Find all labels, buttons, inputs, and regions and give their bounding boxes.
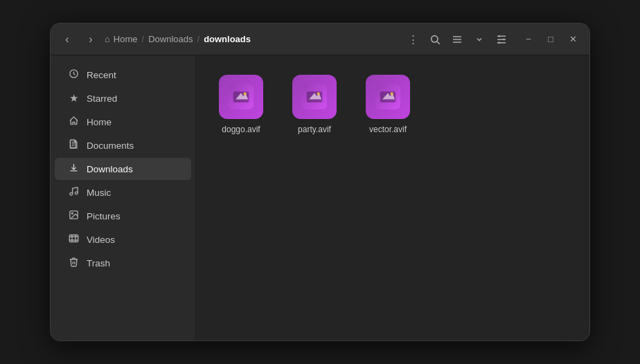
sidebar-item-trash-label: Trash <box>87 258 110 269</box>
sidebar-item-downloads-label: Downloads <box>87 164 133 174</box>
file-item-vector[interactable]: vector.avif <box>357 69 419 140</box>
svg-point-10 <box>498 42 500 44</box>
recent-icon <box>67 69 80 81</box>
breadcrumb-home[interactable]: ⌂ Home <box>105 34 138 44</box>
file-name-party: party.avif <box>298 125 331 134</box>
svg-line-1 <box>437 42 440 44</box>
file-thumb-doggo <box>219 75 263 119</box>
chevron-down-icon <box>475 35 483 44</box>
back-button[interactable]: ‹ <box>57 30 77 49</box>
toolbar-right: ⋮ <box>402 29 512 50</box>
search-button[interactable] <box>425 29 445 50</box>
file-thumb-party <box>292 75 337 119</box>
svg-point-17 <box>75 192 78 194</box>
sidebar-item-pictures-label: Pictures <box>87 211 121 221</box>
breadcrumb-home-label: Home <box>114 34 138 44</box>
svg-point-28 <box>243 92 247 95</box>
sidebar-item-home[interactable]: Home <box>55 111 191 133</box>
sidebar-item-music-label: Music <box>87 188 111 198</box>
close-button[interactable]: ✕ <box>563 30 583 49</box>
starred-icon: ★ <box>67 92 80 104</box>
main-content: Recent ★ Starred Home <box>51 55 589 340</box>
sidebar-home-icon <box>67 116 80 128</box>
sidebar-item-documents-label: Documents <box>87 140 134 151</box>
file-item-doggo[interactable]: doggo.avif <box>210 69 272 140</box>
svg-point-9 <box>503 38 505 40</box>
sidebar-item-videos-label: Videos <box>87 235 115 245</box>
pictures-icon <box>67 210 80 222</box>
list-view-button[interactable] <box>447 29 468 50</box>
trash-icon <box>67 257 80 269</box>
file-thumb-vector <box>366 75 410 119</box>
svg-point-19 <box>71 212 73 214</box>
sidebar-item-downloads[interactable]: Downloads <box>55 158 191 180</box>
search-icon <box>429 34 441 45</box>
sidebar-item-trash[interactable]: Trash <box>55 252 191 274</box>
svg-point-8 <box>498 35 500 37</box>
downloads-icon <box>67 163 80 175</box>
svg-point-16 <box>69 192 72 195</box>
svg-rect-20 <box>69 235 78 242</box>
breadcrumb: ⌂ Home / Downloads / downloads <box>105 34 398 44</box>
forward-button[interactable]: › <box>81 30 100 49</box>
file-item-party[interactable]: party.avif <box>283 69 346 140</box>
music-icon <box>67 186 80 199</box>
window-controls: − □ ✕ <box>519 30 583 49</box>
sidebar-item-starred-label: Starred <box>87 93 117 104</box>
avif-icon-vector <box>375 84 400 109</box>
breadcrumb-current: downloads <box>204 34 251 44</box>
sidebar-item-starred[interactable]: ★ Starred <box>55 87 191 109</box>
sidebar-item-pictures[interactable]: Pictures <box>55 205 191 227</box>
view-toggle-button[interactable] <box>469 29 490 50</box>
file-name-doggo: doggo.avif <box>222 125 260 134</box>
options-button[interactable] <box>491 29 512 50</box>
maximize-button[interactable]: □ <box>541 30 560 49</box>
sidebar-item-home-label: Home <box>87 117 112 127</box>
breadcrumb-sep-2: / <box>197 34 200 44</box>
sidebar-item-recent-label: Recent <box>87 70 116 80</box>
sidebar-item-videos[interactable]: Videos <box>55 228 191 251</box>
minimize-button[interactable]: − <box>519 30 538 49</box>
documents-icon <box>67 139 80 152</box>
menu-button[interactable]: ⋮ <box>402 29 423 50</box>
svg-point-0 <box>432 35 438 42</box>
file-name-vector: vector.avif <box>369 125 407 134</box>
breadcrumb-sep-1: / <box>142 34 145 44</box>
sidebar: Recent ★ Starred Home <box>51 55 196 340</box>
videos-icon <box>67 233 80 246</box>
file-grid: doggo.avif <box>210 69 576 140</box>
sidebar-item-music[interactable]: Music <box>55 181 191 203</box>
sidebar-item-documents[interactable]: Documents <box>55 134 191 156</box>
list-view-icon <box>452 34 463 45</box>
avif-icon-doggo <box>229 84 254 109</box>
home-icon: ⌂ <box>105 34 110 44</box>
options-icon <box>496 34 507 45</box>
breadcrumb-downloads[interactable]: Downloads <box>148 34 193 44</box>
titlebar: ‹ › ⌂ Home / Downloads / downloads ⋮ <box>51 24 589 55</box>
avif-icon-party <box>302 84 327 109</box>
svg-point-36 <box>390 92 393 95</box>
svg-point-32 <box>317 92 320 95</box>
file-manager-window: ‹ › ⌂ Home / Downloads / downloads ⋮ <box>50 23 590 341</box>
file-area: doggo.avif <box>196 55 589 340</box>
sidebar-item-recent[interactable]: Recent <box>55 64 191 86</box>
